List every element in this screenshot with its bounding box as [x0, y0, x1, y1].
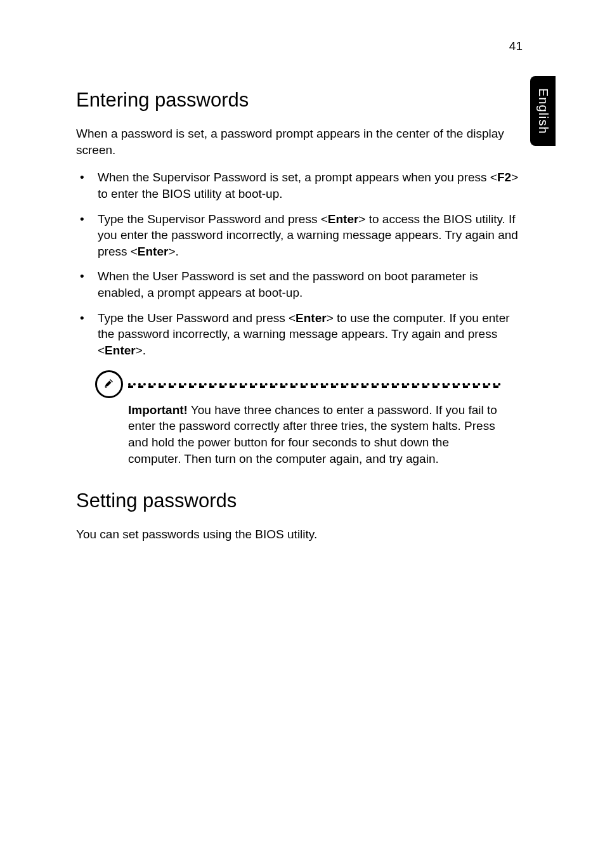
- key-enter: Enter: [105, 344, 136, 357]
- heading-entering-passwords: Entering passwords: [76, 89, 520, 112]
- intro-paragraph: When a password is set, a password promp…: [76, 126, 520, 158]
- bullet-list: When the Supervisor Password is set, a p…: [76, 169, 520, 358]
- list-item-text: Type the Supervisor Password and press <: [98, 212, 328, 226]
- heading-setting-passwords: Setting passwords: [76, 489, 520, 512]
- key-enter: Enter: [138, 245, 169, 258]
- page-number: 41: [509, 39, 523, 53]
- list-item-text: >.: [136, 344, 146, 357]
- list-item-text: When the User Password is set and the pa…: [98, 269, 478, 299]
- language-tab-label: English: [536, 88, 550, 134]
- list-item: When the Supervisor Password is set, a p…: [95, 169, 520, 202]
- list-item-text: Type the User Password and press <: [98, 311, 296, 325]
- list-item: When the User Password is set and the pa…: [95, 268, 520, 301]
- list-item-text: >.: [168, 245, 178, 258]
- note-header: [95, 370, 501, 398]
- note-text: Important! You have three chances to ent…: [128, 402, 501, 467]
- list-item: Type the Supervisor Password and press <…: [95, 211, 520, 260]
- key-f2: F2: [497, 171, 511, 184]
- note-divider: [128, 383, 501, 385]
- key-enter: Enter: [296, 311, 327, 325]
- setting-passwords-text: You can set passwords using the BIOS uti…: [76, 526, 520, 543]
- section-setting-passwords: Setting passwords You can set passwords …: [76, 489, 520, 543]
- important-note: Important! You have three chances to ent…: [95, 370, 501, 467]
- note-label: Important!: [128, 403, 188, 417]
- language-tab: English: [530, 76, 556, 146]
- list-item: Type the User Password and press <Enter>…: [95, 310, 520, 359]
- key-enter: Enter: [328, 212, 359, 226]
- list-item-text: When the Supervisor Password is set, a p…: [98, 171, 497, 184]
- pin-icon: [95, 370, 123, 398]
- page-content: Entering passwords When a password is se…: [76, 89, 520, 554]
